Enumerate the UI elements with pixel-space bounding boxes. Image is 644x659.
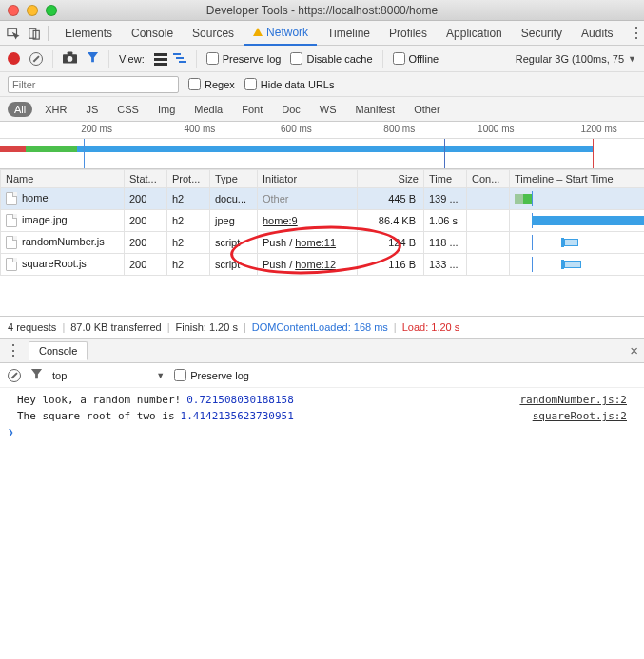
window-title: Developer Tools - https://localhost:8000… [0,4,644,17]
console-source-link[interactable]: squareRoot.js:2 [533,410,627,422]
more-menu-icon[interactable]: ⋮ [623,24,644,42]
clear-console-button[interactable] [8,369,21,382]
filter-bar: Regex Hide data URLs [0,72,644,97]
filter-icon[interactable] [87,51,99,66]
col-initiator[interactable]: Initiator [258,170,358,188]
main-tab-strip: Elements Console Sources Network Timelin… [0,21,644,46]
type-manifest[interactable]: Manifest [349,102,402,117]
regex-checkbox[interactable]: Regex [188,78,235,90]
col-time[interactable]: Time [424,170,467,188]
svg-rect-9 [173,53,181,55]
console-preserve-log-checkbox[interactable]: Preserve log [174,369,249,381]
file-icon [6,258,17,271]
console-message[interactable]: Hey look, a random number! 0.72150803018… [0,392,644,408]
inspect-element-icon[interactable] [6,26,21,41]
svg-rect-11 [179,61,186,63]
tab-sources[interactable]: Sources [184,21,243,46]
tab-console[interactable]: Console [123,21,182,46]
drawer-tab-console[interactable]: Console [29,341,88,360]
initiator-link[interactable]: home:12 [295,259,336,270]
tab-network[interactable]: Network [244,21,317,46]
type-doc[interactable]: Doc [275,102,307,117]
tab-audits[interactable]: Audits [573,21,621,46]
close-drawer-icon[interactable]: × [630,342,638,359]
timeline-ruler[interactable]: 200 ms 400 ms 600 ms 800 ms 1000 ms 1200… [0,122,644,139]
console-prompt[interactable]: ❯ [0,424,644,440]
waterfall-icon[interactable] [173,52,186,66]
preserve-log-checkbox[interactable]: Preserve log [206,52,282,65]
table-row[interactable]: home 200 h2 docu... Other 445 B 139 ... [1,188,645,210]
svg-rect-4 [68,51,73,55]
type-other[interactable]: Other [407,102,447,117]
col-size[interactable]: Size [358,170,424,188]
initiator-link[interactable]: home:9 [263,215,298,226]
type-all[interactable]: All [8,102,32,117]
col-timeline[interactable]: Timeline – Start Time▲ [510,170,645,188]
drawer-menu-icon[interactable]: ⋮ [6,341,21,359]
view-label: View: [119,53,145,65]
table-row[interactable]: squareRoot.js 200 h2 script Push / home:… [1,254,645,276]
type-media[interactable]: Media [187,102,229,117]
hide-data-urls-checkbox[interactable]: Hide data URLs [244,78,335,90]
col-type[interactable]: Type [210,170,258,188]
drawer-tabstrip: ⋮ Console × [0,339,644,363]
type-js[interactable]: JS [79,102,105,117]
large-rows-icon[interactable] [154,52,167,66]
throttling-select[interactable]: Regular 3G (100ms, 75 [516,53,636,65]
clear-button[interactable] [29,52,43,66]
screenshot-icon[interactable] [63,51,77,66]
file-icon [6,214,17,227]
svg-rect-8 [154,63,167,66]
window-titlebar: Developer Tools - https://localhost:8000… [0,0,644,21]
network-toolbar: View: Preserve log Disable cache Offline… [0,46,644,72]
type-xhr[interactable]: XHR [38,102,73,117]
col-protocol[interactable]: Prot... [167,170,210,188]
tab-elements[interactable]: Elements [56,21,121,46]
table-row[interactable]: randomNumber.js 200 h2 script Push / hom… [1,232,645,254]
col-name[interactable]: Name [1,170,125,188]
console-toolbar: top Preserve log [0,363,644,388]
context-selector[interactable]: top [52,370,165,381]
device-toolbar-icon[interactable] [27,26,42,41]
svg-rect-6 [154,53,167,56]
warning-icon [253,28,263,36]
type-img[interactable]: Img [151,102,182,117]
table-row[interactable]: image.jpg 200 h2 jpeg home:9 86.4 KB 1.0… [1,210,645,232]
file-icon [6,192,17,205]
offline-checkbox[interactable]: Offline [393,52,439,65]
disable-cache-checkbox[interactable]: Disable cache [290,52,372,65]
network-status-bar: 4 requests| 87.0 KB transferred| Finish:… [0,316,644,339]
table-header-row: Name Stat... Prot... Type Initiator Size… [1,170,645,188]
col-connection[interactable]: Con... [467,170,510,188]
tab-network-label: Network [266,20,308,45]
tab-application[interactable]: Application [438,21,511,46]
svg-point-5 [68,56,73,62]
col-status[interactable]: Stat... [125,170,167,188]
file-icon [6,236,17,249]
console-filter-icon[interactable] [30,368,43,382]
svg-rect-10 [176,57,184,59]
tab-timeline[interactable]: Timeline [319,21,379,46]
initiator-link[interactable]: home:11 [295,237,336,248]
type-css[interactable]: CSS [110,102,146,117]
type-ws[interactable]: WS [313,102,343,117]
tab-profiles[interactable]: Profiles [381,21,436,46]
timeline-overview[interactable] [0,139,644,169]
console-source-link[interactable]: randomNumber.js:2 [519,394,627,406]
record-button[interactable] [8,52,20,65]
network-table: Name Stat... Prot... Type Initiator Size… [0,169,644,276]
console-output: Hey look, a random number! 0.72150803018… [0,388,644,444]
resource-type-filter: All XHR JS CSS Img Media Font Doc WS Man… [0,97,644,122]
tab-security[interactable]: Security [513,21,571,46]
type-font[interactable]: Font [235,102,269,117]
svg-rect-7 [154,58,167,61]
svg-rect-1 [29,28,36,38]
filter-input[interactable] [8,76,179,93]
network-table-area: Name Stat... Prot... Type Initiator Size… [0,169,644,316]
console-message[interactable]: The square root of two is 1.414213562373… [0,408,644,424]
